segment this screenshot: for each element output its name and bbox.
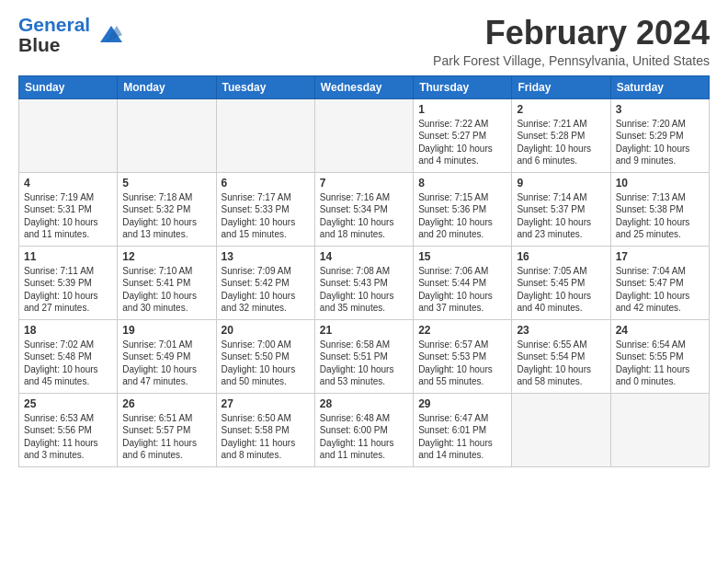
calendar-cell: 6Sunrise: 7:17 AM Sunset: 5:33 PM Daylig… (216, 172, 314, 246)
calendar-cell: 10Sunrise: 7:13 AM Sunset: 5:38 PM Dayli… (610, 172, 709, 246)
calendar-cell: 11Sunrise: 7:11 AM Sunset: 5:39 PM Dayli… (19, 246, 118, 319)
calendar-cell: 12Sunrise: 7:10 AM Sunset: 5:41 PM Dayli… (118, 246, 216, 319)
day-number: 20 (222, 324, 310, 337)
calendar-cell: 4Sunrise: 7:19 AM Sunset: 5:31 PM Daylig… (19, 172, 118, 246)
day-info: Sunrise: 6:47 AM Sunset: 6:01 PM Dayligh… (418, 412, 506, 462)
calendar-cell: 3Sunrise: 7:20 AM Sunset: 5:29 PM Daylig… (610, 98, 709, 172)
calendar-week-row: 11Sunrise: 7:11 AM Sunset: 5:39 PM Dayli… (19, 246, 710, 319)
calendar-cell: 5Sunrise: 7:18 AM Sunset: 5:32 PM Daylig… (118, 172, 216, 246)
header-saturday: Saturday (610, 75, 709, 98)
day-info: Sunrise: 6:54 AM Sunset: 5:55 PM Dayligh… (616, 339, 704, 388)
day-number: 10 (616, 177, 704, 190)
calendar-cell: 13Sunrise: 7:09 AM Sunset: 5:42 PM Dayli… (216, 246, 314, 319)
calendar-cell (610, 393, 709, 466)
day-info: Sunrise: 6:57 AM Sunset: 5:53 PM Dayligh… (418, 339, 506, 388)
month-title: February 2024 (433, 15, 710, 52)
day-number: 22 (418, 324, 506, 337)
day-info: Sunrise: 7:02 AM Sunset: 5:48 PM Dayligh… (24, 339, 112, 388)
day-info: Sunrise: 7:15 AM Sunset: 5:36 PM Dayligh… (418, 191, 506, 241)
calendar-cell (314, 98, 413, 172)
calendar-cell (19, 98, 118, 172)
day-number: 1 (418, 103, 506, 116)
day-info: Sunrise: 7:16 AM Sunset: 5:34 PM Dayligh… (320, 191, 408, 241)
day-info: Sunrise: 7:06 AM Sunset: 5:44 PM Dayligh… (418, 265, 506, 315)
calendar-table: SundayMondayTuesdayWednesdayThursdayFrid… (18, 75, 710, 467)
header-friday: Friday (512, 75, 610, 98)
day-info: Sunrise: 7:17 AM Sunset: 5:33 PM Dayligh… (222, 191, 310, 241)
day-number: 18 (24, 324, 112, 337)
calendar-cell: 2Sunrise: 7:21 AM Sunset: 5:28 PM Daylig… (512, 98, 610, 172)
header-monday: Monday (118, 75, 216, 98)
day-info: Sunrise: 7:14 AM Sunset: 5:37 PM Dayligh… (517, 191, 605, 241)
day-number: 2 (517, 103, 605, 116)
header-wednesday: Wednesday (314, 75, 413, 98)
day-number: 27 (222, 397, 310, 410)
title-block: February 2024 Park Forest Village, Penns… (433, 15, 710, 68)
calendar-cell: 27Sunrise: 6:50 AM Sunset: 5:58 PM Dayli… (216, 393, 314, 466)
day-info: Sunrise: 7:00 AM Sunset: 5:50 PM Dayligh… (222, 339, 310, 388)
calendar-cell (512, 393, 610, 466)
day-info: Sunrise: 6:48 AM Sunset: 6:00 PM Dayligh… (320, 412, 408, 462)
page-header: General Blue February 2024 Park Forest V… (18, 15, 710, 68)
calendar-cell (216, 98, 314, 172)
header-tuesday: Tuesday (216, 75, 314, 98)
logo: General Blue (18, 15, 122, 55)
day-number: 16 (517, 250, 605, 263)
day-info: Sunrise: 7:22 AM Sunset: 5:27 PM Dayligh… (418, 118, 506, 167)
day-number: 8 (418, 177, 506, 190)
day-info: Sunrise: 7:20 AM Sunset: 5:29 PM Dayligh… (616, 118, 704, 167)
logo-icon (93, 22, 122, 48)
day-number: 24 (616, 324, 704, 337)
day-number: 19 (122, 324, 210, 337)
calendar-cell: 17Sunrise: 7:04 AM Sunset: 5:47 PM Dayli… (610, 246, 709, 319)
calendar-week-row: 1Sunrise: 7:22 AM Sunset: 5:27 PM Daylig… (19, 98, 710, 172)
calendar-cell: 1Sunrise: 7:22 AM Sunset: 5:27 PM Daylig… (414, 98, 512, 172)
day-number: 15 (418, 250, 506, 263)
day-info: Sunrise: 7:13 AM Sunset: 5:38 PM Dayligh… (616, 191, 704, 241)
day-number: 14 (320, 250, 408, 263)
day-info: Sunrise: 6:51 AM Sunset: 5:57 PM Dayligh… (122, 412, 210, 462)
calendar-week-row: 4Sunrise: 7:19 AM Sunset: 5:31 PM Daylig… (19, 172, 710, 246)
day-number: 17 (616, 250, 704, 263)
calendar-cell: 14Sunrise: 7:08 AM Sunset: 5:43 PM Dayli… (314, 246, 413, 319)
day-number: 28 (320, 397, 408, 410)
day-info: Sunrise: 6:58 AM Sunset: 5:51 PM Dayligh… (320, 339, 408, 388)
day-number: 23 (517, 324, 605, 337)
day-number: 11 (24, 250, 112, 263)
calendar-cell: 7Sunrise: 7:16 AM Sunset: 5:34 PM Daylig… (314, 172, 413, 246)
day-number: 4 (24, 177, 112, 190)
calendar-cell: 18Sunrise: 7:02 AM Sunset: 5:48 PM Dayli… (19, 319, 118, 393)
day-info: Sunrise: 6:55 AM Sunset: 5:54 PM Dayligh… (517, 339, 605, 388)
day-number: 13 (222, 250, 310, 263)
calendar-cell: 16Sunrise: 7:05 AM Sunset: 5:45 PM Dayli… (512, 246, 610, 319)
day-info: Sunrise: 7:04 AM Sunset: 5:47 PM Dayligh… (616, 265, 704, 315)
day-info: Sunrise: 7:18 AM Sunset: 5:32 PM Dayligh… (122, 191, 210, 241)
calendar-cell: 26Sunrise: 6:51 AM Sunset: 5:57 PM Dayli… (118, 393, 216, 466)
calendar-week-row: 18Sunrise: 7:02 AM Sunset: 5:48 PM Dayli… (19, 319, 710, 393)
location-title: Park Forest Village, Pennsylvania, Unite… (433, 53, 710, 68)
calendar-week-row: 25Sunrise: 6:53 AM Sunset: 5:56 PM Dayli… (19, 393, 710, 466)
day-number: 6 (222, 177, 310, 190)
day-number: 26 (122, 397, 210, 410)
day-number: 25 (24, 397, 112, 410)
calendar-cell: 23Sunrise: 6:55 AM Sunset: 5:54 PM Dayli… (512, 319, 610, 393)
calendar-cell: 8Sunrise: 7:15 AM Sunset: 5:36 PM Daylig… (414, 172, 512, 246)
calendar-cell: 28Sunrise: 6:48 AM Sunset: 6:00 PM Dayli… (314, 393, 413, 466)
header-sunday: Sunday (19, 75, 118, 98)
day-number: 29 (418, 397, 506, 410)
day-number: 12 (122, 250, 210, 263)
day-info: Sunrise: 7:10 AM Sunset: 5:41 PM Dayligh… (122, 265, 210, 315)
calendar-cell: 19Sunrise: 7:01 AM Sunset: 5:49 PM Dayli… (118, 319, 216, 393)
day-info: Sunrise: 7:05 AM Sunset: 5:45 PM Dayligh… (517, 265, 605, 315)
day-info: Sunrise: 6:50 AM Sunset: 5:58 PM Dayligh… (222, 412, 310, 462)
day-info: Sunrise: 7:21 AM Sunset: 5:28 PM Dayligh… (517, 118, 605, 167)
day-info: Sunrise: 7:01 AM Sunset: 5:49 PM Dayligh… (122, 339, 210, 388)
day-number: 21 (320, 324, 408, 337)
calendar-cell: 22Sunrise: 6:57 AM Sunset: 5:53 PM Dayli… (414, 319, 512, 393)
calendar-cell: 9Sunrise: 7:14 AM Sunset: 5:37 PM Daylig… (512, 172, 610, 246)
day-info: Sunrise: 6:53 AM Sunset: 5:56 PM Dayligh… (24, 412, 112, 462)
day-number: 5 (122, 177, 210, 190)
day-number: 7 (320, 177, 408, 190)
calendar-cell: 29Sunrise: 6:47 AM Sunset: 6:01 PM Dayli… (414, 393, 512, 466)
calendar-cell: 24Sunrise: 6:54 AM Sunset: 5:55 PM Dayli… (610, 319, 709, 393)
